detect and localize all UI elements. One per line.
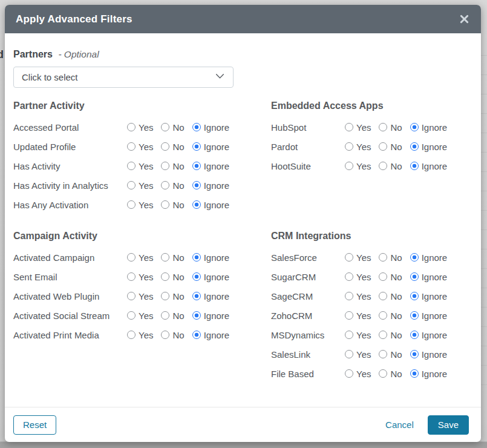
radio-unselected-icon[interactable] bbox=[379, 369, 387, 378]
close-icon[interactable] bbox=[458, 13, 470, 25]
radio-option-no[interactable]: No bbox=[379, 369, 402, 379]
radio-selected-icon[interactable] bbox=[192, 311, 201, 320]
radio-unselected-icon[interactable] bbox=[379, 331, 387, 339]
radio-unselected-icon[interactable] bbox=[127, 311, 136, 320]
radio-option-yes[interactable]: Yes bbox=[345, 142, 371, 152]
radio-selected-icon[interactable] bbox=[192, 253, 201, 262]
radio-unselected-icon[interactable] bbox=[345, 311, 353, 320]
radio-selected-icon[interactable] bbox=[192, 162, 201, 170]
radio-option-yes[interactable]: Yes bbox=[345, 252, 371, 263]
radio-option-ignore[interactable]: Ignore bbox=[410, 272, 448, 282]
reset-button[interactable]: Reset bbox=[13, 415, 56, 435]
radio-option-no[interactable]: No bbox=[161, 200, 184, 210]
radio-unselected-icon[interactable] bbox=[379, 253, 387, 262]
radio-option-ignore[interactable]: Ignore bbox=[192, 330, 230, 340]
radio-option-no[interactable]: No bbox=[379, 122, 402, 133]
radio-option-ignore[interactable]: Ignore bbox=[410, 252, 448, 263]
radio-option-yes[interactable]: Yes bbox=[127, 200, 153, 210]
radio-option-no[interactable]: No bbox=[161, 311, 184, 321]
radio-option-ignore[interactable]: Ignore bbox=[410, 142, 448, 152]
radio-unselected-icon[interactable] bbox=[379, 292, 387, 300]
radio-unselected-icon[interactable] bbox=[345, 292, 353, 300]
radio-unselected-icon[interactable] bbox=[161, 181, 169, 189]
radio-selected-icon[interactable] bbox=[410, 292, 419, 300]
radio-unselected-icon[interactable] bbox=[345, 162, 353, 170]
radio-option-ignore[interactable]: Ignore bbox=[410, 330, 448, 340]
radio-selected-icon[interactable] bbox=[410, 311, 419, 320]
radio-option-no[interactable]: No bbox=[379, 311, 402, 321]
radio-option-no[interactable]: No bbox=[161, 330, 184, 340]
radio-selected-icon[interactable] bbox=[410, 369, 419, 378]
radio-option-no[interactable]: No bbox=[161, 180, 184, 191]
radio-option-ignore[interactable]: Ignore bbox=[410, 369, 448, 379]
radio-unselected-icon[interactable] bbox=[161, 272, 169, 281]
radio-option-ignore[interactable]: Ignore bbox=[192, 200, 230, 210]
radio-option-yes[interactable]: Yes bbox=[345, 122, 371, 133]
radio-unselected-icon[interactable] bbox=[345, 253, 353, 262]
radio-option-yes[interactable]: Yes bbox=[345, 330, 371, 340]
radio-option-ignore[interactable]: Ignore bbox=[192, 142, 230, 152]
radio-selected-icon[interactable] bbox=[410, 272, 419, 281]
radio-unselected-icon[interactable] bbox=[127, 200, 136, 209]
radio-option-ignore[interactable]: Ignore bbox=[192, 311, 230, 321]
radio-option-yes[interactable]: Yes bbox=[127, 291, 153, 301]
radio-unselected-icon[interactable] bbox=[161, 142, 169, 151]
radio-unselected-icon[interactable] bbox=[345, 123, 353, 131]
radio-unselected-icon[interactable] bbox=[379, 123, 387, 131]
radio-selected-icon[interactable] bbox=[192, 331, 201, 339]
radio-unselected-icon[interactable] bbox=[161, 253, 169, 262]
radio-option-yes[interactable]: Yes bbox=[127, 311, 153, 321]
partners-select[interactable]: Click to select bbox=[13, 67, 234, 88]
radio-option-no[interactable]: No bbox=[161, 272, 184, 282]
radio-selected-icon[interactable] bbox=[410, 142, 419, 151]
radio-option-yes[interactable]: Yes bbox=[345, 272, 371, 282]
radio-option-no[interactable]: No bbox=[379, 272, 402, 282]
radio-unselected-icon[interactable] bbox=[161, 331, 169, 339]
radio-option-yes[interactable]: Yes bbox=[127, 272, 153, 282]
radio-unselected-icon[interactable] bbox=[127, 253, 136, 262]
radio-option-no[interactable]: No bbox=[161, 142, 184, 152]
radio-option-no[interactable]: No bbox=[161, 122, 184, 133]
radio-unselected-icon[interactable] bbox=[127, 123, 136, 131]
radio-selected-icon[interactable] bbox=[410, 350, 419, 358]
radio-unselected-icon[interactable] bbox=[379, 272, 387, 281]
radio-unselected-icon[interactable] bbox=[127, 181, 136, 189]
radio-selected-icon[interactable] bbox=[192, 123, 201, 131]
radio-unselected-icon[interactable] bbox=[127, 162, 136, 170]
radio-unselected-icon[interactable] bbox=[379, 162, 387, 170]
radio-option-yes[interactable]: Yes bbox=[127, 180, 153, 191]
radio-unselected-icon[interactable] bbox=[379, 142, 387, 151]
radio-unselected-icon[interactable] bbox=[127, 142, 136, 151]
radio-selected-icon[interactable] bbox=[410, 123, 419, 131]
radio-option-yes[interactable]: Yes bbox=[127, 330, 153, 340]
radio-option-no[interactable]: No bbox=[161, 252, 184, 263]
radio-unselected-icon[interactable] bbox=[345, 272, 353, 281]
radio-option-ignore[interactable]: Ignore bbox=[410, 311, 448, 321]
radio-option-ignore[interactable]: Ignore bbox=[192, 161, 230, 171]
radio-unselected-icon[interactable] bbox=[127, 292, 136, 300]
radio-option-no[interactable]: No bbox=[379, 330, 402, 340]
radio-option-no[interactable]: No bbox=[161, 161, 184, 171]
radio-unselected-icon[interactable] bbox=[161, 292, 169, 300]
radio-option-no[interactable]: No bbox=[379, 161, 402, 171]
radio-selected-icon[interactable] bbox=[192, 200, 201, 209]
radio-option-yes[interactable]: Yes bbox=[127, 161, 153, 171]
radio-option-yes[interactable]: Yes bbox=[345, 311, 371, 321]
radio-selected-icon[interactable] bbox=[410, 253, 419, 262]
radio-option-ignore[interactable]: Ignore bbox=[410, 161, 448, 171]
radio-unselected-icon[interactable] bbox=[127, 272, 136, 281]
radio-unselected-icon[interactable] bbox=[127, 331, 136, 339]
radio-option-ignore[interactable]: Ignore bbox=[192, 272, 230, 282]
radio-selected-icon[interactable] bbox=[192, 292, 201, 300]
radio-option-no[interactable]: No bbox=[379, 291, 402, 301]
radio-option-yes[interactable]: Yes bbox=[127, 142, 153, 152]
radio-unselected-icon[interactable] bbox=[161, 200, 169, 209]
radio-option-yes[interactable]: Yes bbox=[345, 161, 371, 171]
radio-option-no[interactable]: No bbox=[161, 291, 184, 301]
radio-selected-icon[interactable] bbox=[410, 331, 419, 339]
radio-option-no[interactable]: No bbox=[379, 142, 402, 152]
radio-option-yes[interactable]: Yes bbox=[345, 291, 371, 301]
radio-unselected-icon[interactable] bbox=[161, 162, 169, 170]
radio-option-ignore[interactable]: Ignore bbox=[192, 122, 230, 133]
radio-option-yes[interactable]: Yes bbox=[345, 349, 371, 360]
